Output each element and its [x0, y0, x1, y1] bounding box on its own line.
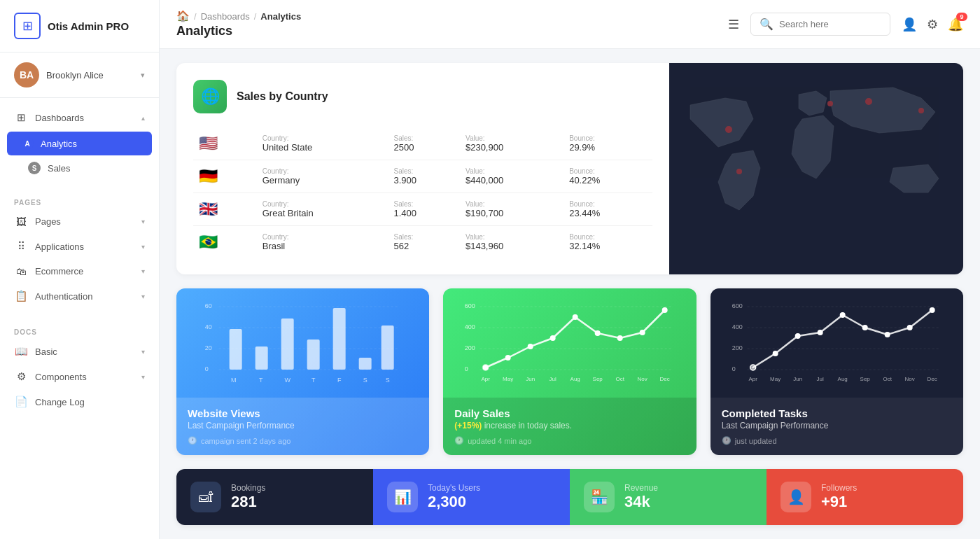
svg-text:Sep: Sep [593, 376, 603, 382]
svg-text:0: 0 [205, 365, 209, 372]
applications-icon: ⠿ [14, 240, 28, 253]
svg-text:Apr: Apr [482, 376, 491, 382]
svg-text:400: 400 [465, 323, 475, 330]
sidebar-item-sales[interactable]: S Sales [0, 157, 159, 179]
sidebar-item-ecommerce[interactable]: 🛍 Ecommerce ▾ [0, 259, 159, 284]
dashboards-icon: ⊞ [14, 111, 28, 124]
svg-text:200: 200 [732, 344, 742, 351]
svg-point-39 [573, 314, 578, 320]
svg-text:20: 20 [205, 344, 212, 351]
pages-icon: 🖼 [14, 216, 28, 227]
followers-text: Followers +91 [821, 483, 857, 511]
hamburger-icon[interactable]: ☰ [728, 17, 739, 32]
svg-text:Oct: Oct [616, 376, 625, 382]
table-row: 🇬🇧 Country: Great Britain Sales: 1.400 V… [193, 193, 652, 226]
page-title: Analytics [176, 24, 717, 38]
svg-point-42 [640, 330, 645, 335]
changelog-icon: 📄 [14, 396, 28, 408]
topbar: 🏠 / Dashboards / Analytics Analytics ☰ 🔍… [160, 0, 980, 49]
bookings-value: 281 [231, 493, 265, 511]
completed-tasks-card: 600 400 200 0 [710, 288, 963, 455]
chevron-down-icon: ▾ [141, 218, 145, 225]
user-profile[interactable]: BA Brooklyn Alice ▾ [0, 52, 159, 98]
user-icon[interactable]: 👤 [902, 17, 917, 32]
sidebar: ⊞ Otis Admin PRO BA Brooklyn Alice ▾ ⊞ D… [0, 0, 160, 539]
sidebar-logo: ⊞ Otis Admin PRO [0, 0, 159, 52]
revenue-label: Revenue [624, 483, 658, 493]
chart-row: 60 40 20 0 [176, 288, 963, 455]
country-table: 🇺🇸 Country: United State Sales: 2500 Val… [193, 127, 652, 258]
clock-icon: 🕐 [454, 436, 464, 445]
completed-tasks-title: Completed Tasks [722, 407, 952, 419]
svg-point-0 [725, 126, 732, 133]
sidebar-item-basic[interactable]: 📖 Basic ▾ [0, 339, 159, 364]
sidebar-changelog-label: Change Log [35, 397, 145, 407]
svg-text:F: F [337, 377, 342, 384]
svg-text:M: M [231, 377, 237, 384]
table-row: 🇩🇪 Country: Germany Sales: 3.900 Value: … [193, 160, 652, 193]
revenue-icon-box: 🏪 [584, 482, 615, 512]
sidebar-auth-label: Authentication [35, 291, 134, 302]
svg-point-2 [865, 98, 872, 105]
search-input[interactable] [779, 19, 870, 29]
sidebar-basic-label: Basic [35, 346, 134, 357]
svg-text:600: 600 [732, 302, 742, 309]
website-views-subtitle: Last Campaign Performance [188, 421, 418, 430]
svg-text:S: S [363, 377, 368, 384]
svg-point-37 [528, 344, 533, 349]
completed-tasks-subtitle: Last Campaign Performance [722, 421, 952, 430]
auth-icon: 📋 [14, 290, 28, 302]
website-views-info: Website Views Last Campaign Performance … [176, 398, 429, 455]
sidebar-item-analytics[interactable]: A Analytics [7, 132, 152, 155]
svg-point-61 [750, 365, 755, 370]
svg-text:400: 400 [732, 323, 742, 330]
notification-badge: 9 [956, 13, 967, 21]
sidebar-item-components[interactable]: ⚙ Components ▾ [0, 364, 159, 389]
svg-text:Aug: Aug [570, 376, 580, 382]
today-users-value: 2,300 [428, 493, 480, 511]
svg-rect-19 [382, 326, 394, 370]
clock-icon: 🕐 [722, 436, 732, 445]
svg-point-68 [906, 325, 912, 330]
sidebar-item-applications[interactable]: ⠿ Applications ▾ [0, 234, 159, 259]
sidebar-item-pages[interactable]: 🖼 Pages ▾ [0, 209, 159, 234]
sidebar-item-changelog[interactable]: 📄 Change Log [0, 389, 159, 414]
completed-tasks-time: 🕐 just updated [722, 436, 952, 445]
stats-row: 🛋 Bookings 281 📊 Today's Users 2,300 � [176, 469, 963, 525]
svg-text:Dec: Dec [927, 376, 937, 382]
svg-rect-16 [307, 340, 320, 370]
analytics-label: Analytics [41, 139, 77, 149]
chevron-down-icon: ▾ [141, 373, 145, 381]
card-header: 🌐 Sales by Country [193, 80, 652, 113]
notifications-icon[interactable]: 🔔 9 [948, 17, 963, 32]
stat-revenue: 🏪 Revenue 34k [570, 469, 766, 525]
sidebar-item-dashboards[interactable]: ⊞ Dashboards ▴ [0, 105, 159, 130]
topbar-title-area: 🏠 / Dashboards / Analytics Analytics [176, 10, 717, 38]
svg-text:Apr: Apr [748, 376, 757, 382]
nav-pages-section: PAGES 🖼 Pages ▾ ⠿ Applications ▾ 🛍 Ecomm… [0, 186, 159, 316]
clock-icon: 🕐 [188, 436, 197, 445]
store-icon: 🏪 [591, 489, 608, 505]
users-icon-box: 📊 [387, 482, 418, 512]
sidebar-components-label: Components [35, 372, 134, 382]
website-views-title: Website Views [188, 407, 418, 419]
settings-icon[interactable]: ⚙ [927, 17, 938, 32]
svg-point-38 [550, 335, 556, 341]
svg-point-41 [617, 335, 623, 341]
sidebar-applications-label: Applications [35, 241, 134, 252]
chevron-down-icon: ▾ [141, 71, 145, 80]
person-icon: 👤 [788, 489, 805, 505]
sofa-icon: 🛋 [199, 489, 213, 505]
nav-dashboards-section: ⊞ Dashboards ▴ A Analytics S Sales [0, 98, 159, 186]
breadcrumb-dashboards: Dashboards [201, 11, 250, 22]
page-content: 🌐 Sales by Country 🇺🇸 Country: United St… [160, 49, 980, 539]
sales-sub-icon: S [28, 162, 41, 174]
revenue-value: 34k [624, 493, 658, 511]
breadcrumb-current: Analytics [260, 11, 301, 22]
search-box[interactable]: 🔍 [750, 13, 890, 36]
sidebar-item-authentication[interactable]: 📋 Authentication ▾ [0, 284, 159, 309]
sales-by-country-card: 🌐 Sales by Country 🇺🇸 Country: United St… [176, 63, 963, 274]
svg-point-67 [884, 332, 890, 337]
avatar: BA [14, 62, 39, 88]
docs-group-label: DOCS [0, 323, 159, 339]
